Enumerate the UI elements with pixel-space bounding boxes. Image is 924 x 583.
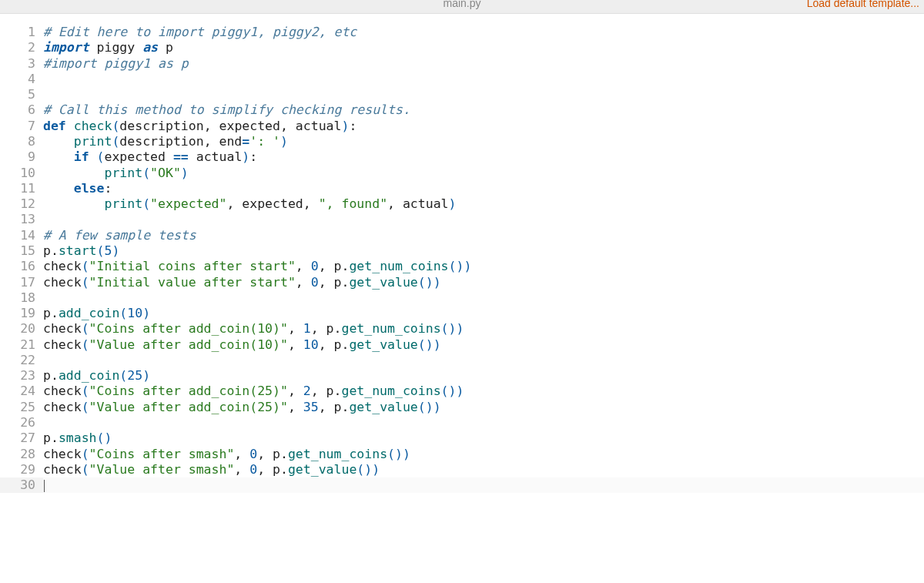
token-default: actual <box>189 149 243 164</box>
code-line[interactable]: 18 <box>0 290 924 306</box>
code-line[interactable]: 26 <box>0 415 924 431</box>
token-comment: # Call this method to simplify checking … <box>43 102 410 117</box>
token-default: check <box>43 275 82 290</box>
code-content[interactable]: # A few sample tests <box>43 228 924 243</box>
code-content[interactable]: import piggy as p <box>43 40 924 55</box>
code-content[interactable]: check("Value after add_coin(25)", 35, p.… <box>43 400 924 415</box>
line-number: 10 <box>0 166 43 181</box>
code-content[interactable]: p.smash() <box>43 431 924 446</box>
load-default-template-link[interactable]: Load default template... <box>807 0 919 9</box>
token-str: "Value after add_coin(25)" <box>89 400 288 414</box>
code-editor[interactable]: 1# Edit here to import piggy1, piggy2, e… <box>0 14 924 499</box>
code-line[interactable]: 22 <box>0 353 924 368</box>
token-paren: ()) <box>418 275 441 290</box>
code-content[interactable]: # Call this method to simplify checking … <box>43 102 924 118</box>
line-number: 20 <box>0 321 43 337</box>
code-line[interactable]: 28check("Coins after smash", 0, p.get_nu… <box>0 447 924 462</box>
line-number: 9 <box>0 149 43 165</box>
line-number: 22 <box>0 353 43 368</box>
token-num: 35 <box>303 400 319 414</box>
token-paren: ()) <box>441 384 464 398</box>
code-line[interactable]: 2import piggy as p <box>0 40 924 55</box>
token-paren: ) <box>280 134 288 149</box>
code-line[interactable]: 12 print("expected", expected, ", found"… <box>0 196 924 212</box>
code-line[interactable]: 5 <box>0 87 924 102</box>
token-default: check <box>43 321 82 336</box>
code-line[interactable]: 25check("Value after add_coin(25)", 35, … <box>0 400 924 415</box>
code-line[interactable]: 21check("Value after add_coin(10)", 10, … <box>0 337 924 353</box>
code-line[interactable]: 14# A few sample tests <box>0 228 924 243</box>
code-content[interactable]: #import piggy1 as p <box>43 56 924 72</box>
code-content[interactable]: check("Initial coins after start", 0, p.… <box>43 259 924 274</box>
token-func: get_num_coins <box>288 447 387 461</box>
code-line[interactable]: 11 else: <box>0 181 924 196</box>
token-default: , expected, actual <box>204 119 342 133</box>
code-line[interactable]: 19p.add_coin(10) <box>0 306 924 321</box>
code-line[interactable]: 16check("Initial coins after start", 0, … <box>0 259 924 274</box>
code-line[interactable]: 7def check(description, expected, actual… <box>0 119 924 134</box>
code-line[interactable]: 4 <box>0 72 924 87</box>
code-line[interactable]: 20check("Coins after add_coin(10)", 1, p… <box>0 321 924 337</box>
line-number: 24 <box>0 384 43 399</box>
token-func: print <box>104 196 142 211</box>
code-content[interactable]: print("OK") <box>43 166 924 181</box>
token-default: , <box>296 259 311 273</box>
token-func: check <box>74 119 112 133</box>
code-line[interactable]: 13 <box>0 212 924 227</box>
code-content[interactable]: check("Value after smash", 0, p.get_valu… <box>43 462 924 477</box>
token-kw-i: import <box>43 40 89 55</box>
token-paren: ) <box>112 243 119 258</box>
code-content[interactable]: check("Coins after add_coin(25)", 2, p.g… <box>43 384 924 399</box>
code-line[interactable]: 15p.start(5) <box>0 243 924 259</box>
token-str: "Value after smash" <box>89 462 235 477</box>
code-line[interactable]: 1# Edit here to import piggy1, piggy2, e… <box>0 25 924 40</box>
code-content[interactable]: else: <box>43 181 924 196</box>
token-default: , p. <box>257 462 288 477</box>
code-line[interactable]: 29check("Value after smash", 0, p.get_va… <box>0 462 924 477</box>
token-default: , <box>234 462 249 477</box>
code-line[interactable]: 9 if (expected == actual): <box>0 149 924 165</box>
token-num: 1 <box>303 321 311 336</box>
code-content[interactable]: check("Value after add_coin(10)", 10, p.… <box>43 337 924 353</box>
line-number: 14 <box>0 228 43 243</box>
token-default: , p. <box>319 400 350 414</box>
token-kw-i: as <box>142 40 158 55</box>
code-content[interactable]: check("Coins after add_coin(10)", 1, p.g… <box>43 321 924 337</box>
filename-label: main.py <box>443 0 480 9</box>
code-content[interactable]: print("expected", expected, ", found", a… <box>43 196 924 212</box>
code-line[interactable]: 10 print("OK") <box>0 166 924 181</box>
code-line[interactable]: 24check("Coins after add_coin(25)", 2, p… <box>0 384 924 399</box>
token-sp <box>89 149 97 164</box>
token-paren: ( <box>112 134 119 149</box>
code-content[interactable]: p.start(5) <box>43 243 924 259</box>
line-number: 8 <box>0 134 43 149</box>
code-content[interactable]: check("Initial value after start", 0, p.… <box>43 275 924 290</box>
code-line[interactable]: 6# Call this method to simplify checking… <box>0 102 924 118</box>
token-default: : <box>105 181 112 196</box>
token-func: get_value <box>349 275 417 290</box>
code-line[interactable]: 27p.smash() <box>0 431 924 446</box>
code-content[interactable]: def check(description, expected, actual)… <box>43 119 924 134</box>
token-str: "Initial coins after start" <box>89 259 296 273</box>
code-line[interactable]: 23p.add_coin(25) <box>0 368 924 384</box>
code-line[interactable]: 3#import piggy1 as p <box>0 56 924 72</box>
token-default: p. <box>43 306 59 320</box>
code-content[interactable]: p.add_coin(10) <box>43 306 924 321</box>
code-content[interactable] <box>43 477 924 493</box>
code-line[interactable]: 30 <box>0 477 924 493</box>
code-line[interactable]: 17check("Initial value after start", 0, … <box>0 275 924 290</box>
token-default: , p. <box>311 384 342 398</box>
code-content[interactable]: # Edit here to import piggy1, piggy2, et… <box>43 25 924 40</box>
token-paren: ( <box>97 243 105 258</box>
code-content[interactable]: check("Coins after smash", 0, p.get_num_… <box>43 447 924 462</box>
token-str: "Coins after add_coin(25)" <box>89 384 288 398</box>
token-func: print <box>104 166 142 180</box>
token-paren: ( <box>82 321 89 336</box>
token-num: 0 <box>311 275 319 290</box>
code-line[interactable]: 8 print(description, end=': ') <box>0 134 924 149</box>
token-sp <box>89 40 97 55</box>
token-paren: ) <box>142 368 150 383</box>
code-content[interactable]: print(description, end=': ') <box>43 134 924 149</box>
code-content[interactable]: p.add_coin(25) <box>43 368 924 384</box>
code-content[interactable]: if (expected == actual): <box>43 149 924 165</box>
